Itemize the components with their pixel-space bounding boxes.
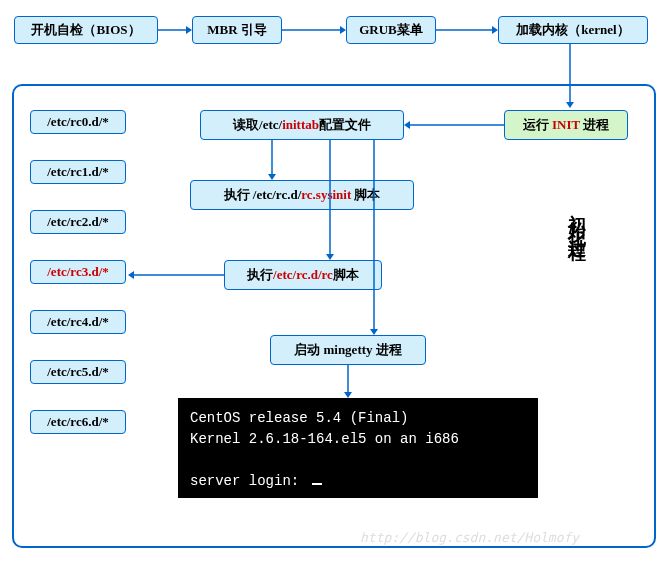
- box-init: 运行 INIT 进程: [504, 110, 628, 140]
- arrow-grub-kernel: [436, 30, 498, 31]
- box-rc4: /etc/rc4.d/*: [30, 310, 126, 334]
- arrow-mbr-grub: [282, 30, 346, 31]
- box-sysinit: 执行 /etc/rc.d/rc.sysinit 脚本: [190, 180, 414, 210]
- box-inittab-label: 读取/etc/inittab配置文件: [233, 116, 371, 134]
- box-kernel: 加载内核（kernel）: [498, 16, 648, 44]
- box-grub: GRUB菜单: [346, 16, 436, 44]
- arrow-mingetty-terminal: [348, 365, 349, 398]
- box-sysinit-label: 执行 /etc/rc.d/rc.sysinit 脚本: [224, 186, 381, 204]
- box-init-label: 运行 INIT 进程: [523, 116, 609, 134]
- arrow-inittab-rc: [330, 140, 331, 260]
- arrow-rc-rc3: [128, 275, 224, 276]
- arrow-inittab-sysinit: [272, 140, 273, 180]
- box-rc: 执行/etc/rc.d/rc脚本: [224, 260, 382, 290]
- box-inittab: 读取/etc/inittab配置文件: [200, 110, 404, 140]
- terminal: CentOS release 5.4 (Final) Kernel 2.6.18…: [178, 398, 538, 498]
- box-kernel-label: 加载内核（kernel）: [516, 21, 629, 39]
- box-bios: 开机自检（BIOS）: [14, 16, 158, 44]
- box-rc-label: 执行/etc/rc.d/rc脚本: [247, 266, 359, 284]
- side-label: 初始化过程: [565, 200, 589, 240]
- box-rc2: /etc/rc2.d/*: [30, 210, 126, 234]
- box-mingetty: 启动 mingetty 进程: [270, 335, 426, 365]
- arrow-inittab-mingetty: [374, 140, 375, 335]
- box-mbr: MBR 引导: [192, 16, 282, 44]
- arrow-bios-mbr: [158, 30, 192, 31]
- box-rc6: /etc/rc6.d/*: [30, 410, 126, 434]
- watermark: http://blog.csdn.net/Holmofy: [360, 530, 579, 545]
- box-bios-label: 开机自检（BIOS）: [31, 21, 140, 39]
- box-rc0: /etc/rc0.d/*: [30, 110, 126, 134]
- cursor: [312, 483, 322, 485]
- box-rc5: /etc/rc5.d/*: [30, 360, 126, 384]
- box-rc1: /etc/rc1.d/*: [30, 160, 126, 184]
- arrow-init-inittab: [404, 125, 504, 126]
- box-grub-label: GRUB菜单: [359, 21, 423, 39]
- box-mingetty-label: 启动 mingetty 进程: [294, 341, 402, 359]
- box-rc3: /etc/rc3.d/*: [30, 260, 126, 284]
- diagram-canvas: 开机自检（BIOS） MBR 引导 GRUB菜单 加载内核（kernel） 运行…: [0, 0, 665, 562]
- box-mbr-label: MBR 引导: [207, 21, 267, 39]
